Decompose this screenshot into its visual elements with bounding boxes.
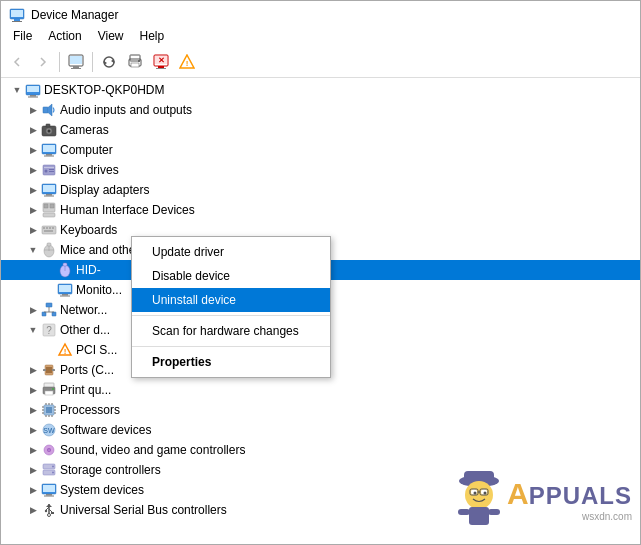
tree-item-root[interactable]: ▼ DESKTOP-QKP0HDM: [1, 80, 640, 100]
expand-printq[interactable]: ▶: [25, 382, 41, 398]
svg-rect-76: [43, 369, 46, 371]
expand-network[interactable]: ▶: [25, 302, 41, 318]
expand-keyboards[interactable]: ▶: [25, 222, 41, 238]
forward-button[interactable]: [31, 50, 55, 74]
ctx-properties[interactable]: Properties: [132, 350, 330, 374]
logo-letter-a: A: [507, 477, 529, 511]
tree-item-hid[interactable]: ▶ Human Interface Devices: [1, 200, 640, 220]
expand-hid[interactable]: ▶: [25, 202, 41, 218]
svg-rect-46: [43, 213, 55, 217]
icon-software: SW: [41, 422, 57, 438]
svg-rect-83: [46, 407, 52, 413]
refresh-button[interactable]: [97, 50, 121, 74]
svg-rect-5: [70, 56, 82, 64]
svg-point-36: [45, 170, 48, 173]
show-properties-button[interactable]: [64, 50, 88, 74]
svg-point-122: [483, 492, 486, 495]
expand-ports[interactable]: ▶: [25, 362, 41, 378]
svg-rect-64: [46, 303, 52, 307]
svg-rect-6: [73, 66, 79, 68]
tree-item-processors[interactable]: ▶: [1, 400, 640, 420]
tree-item-sound[interactable]: ▶ Sound, video and game controllers: [1, 440, 640, 460]
svg-rect-128: [488, 509, 500, 515]
tree-item-display[interactable]: ▶ Display adapters: [1, 180, 640, 200]
expand-system[interactable]: ▶: [25, 482, 41, 498]
tree-label-software: Software devices: [60, 423, 151, 437]
svg-rect-65: [42, 312, 46, 316]
ctx-uninstall-device[interactable]: Uninstall device: [132, 288, 330, 312]
svg-rect-24: [28, 97, 38, 98]
svg-rect-35: [44, 167, 54, 168]
back-button[interactable]: [5, 50, 29, 74]
icon-usb: [41, 502, 57, 518]
icon-cameras: [41, 122, 57, 138]
expand-computer[interactable]: ▶: [25, 142, 41, 158]
expand-display[interactable]: ▶: [25, 182, 41, 198]
menu-bar: File Action View Help: [1, 25, 640, 47]
svg-rect-7: [71, 68, 81, 69]
print-button[interactable]: [123, 50, 147, 74]
tree-label-display: Display adapters: [60, 183, 149, 197]
expand-processors[interactable]: ▶: [25, 402, 41, 418]
expand-storage[interactable]: ▶: [25, 462, 41, 478]
svg-rect-52: [44, 230, 53, 232]
tree-item-computer[interactable]: ▶ Computer: [1, 140, 640, 160]
svg-rect-66: [52, 312, 56, 316]
ctx-update-driver[interactable]: Update driver: [132, 240, 330, 264]
tree-item-disk[interactable]: ▶ Disk drives: [1, 160, 640, 180]
ctx-sep-1: [132, 315, 330, 316]
svg-rect-29: [46, 124, 50, 127]
svg-rect-42: [44, 196, 54, 197]
menu-help[interactable]: Help: [132, 27, 173, 45]
toolbar-sep-1: [59, 52, 60, 72]
svg-rect-50: [49, 227, 51, 229]
svg-text:?: ?: [46, 325, 52, 336]
expand-root[interactable]: ▼: [9, 82, 25, 98]
tree-label-hid-mouse: HID-: [76, 263, 101, 277]
expand-cameras[interactable]: ▶: [25, 122, 41, 138]
svg-point-115: [48, 514, 51, 517]
svg-rect-106: [43, 485, 55, 492]
icon-pci: !: [57, 342, 73, 358]
svg-point-114: [45, 510, 47, 512]
expand-pci: [41, 342, 57, 358]
tree-item-cameras[interactable]: ▶ Cameras: [1, 120, 640, 140]
menu-action[interactable]: Action: [40, 27, 89, 45]
expand-disk[interactable]: ▶: [25, 162, 41, 178]
watermark: A PPUALS wsxdn.com: [449, 463, 632, 536]
menu-view[interactable]: View: [90, 27, 132, 45]
tree-label-pci: PCI S...: [76, 343, 117, 357]
tree-label-disk: Disk drives: [60, 163, 119, 177]
expand-mice[interactable]: ▼: [25, 242, 41, 258]
context-menu: Update driver Disable device Uninstall d…: [131, 236, 331, 378]
icon-monitors: [57, 282, 73, 298]
scan-button[interactable]: !: [175, 50, 199, 74]
icon-keyboards: [41, 222, 57, 238]
tree-item-printq[interactable]: ▶ Print qu...: [1, 380, 640, 400]
icon-mice: [41, 242, 57, 258]
toolbar: ✕ !: [1, 47, 640, 78]
expand-software[interactable]: ▶: [25, 422, 41, 438]
menu-file[interactable]: File: [5, 27, 40, 45]
remove-button[interactable]: ✕: [149, 50, 173, 74]
ctx-disable-device[interactable]: Disable device: [132, 264, 330, 288]
svg-rect-40: [43, 185, 55, 192]
svg-rect-31: [43, 145, 55, 152]
icon-hid-mouse: [57, 262, 73, 278]
ctx-scan-hardware[interactable]: Scan for hardware changes: [132, 319, 330, 343]
svg-rect-62: [62, 294, 68, 296]
tree-label-monitors: Monito...: [76, 283, 122, 297]
svg-point-28: [48, 130, 51, 133]
expand-usb[interactable]: ▶: [25, 502, 41, 518]
expand-audio[interactable]: ▶: [25, 102, 41, 118]
tree-label-computer: Computer: [60, 143, 113, 157]
svg-rect-63: [60, 296, 70, 297]
tree-label-hid: Human Interface Devices: [60, 203, 195, 217]
svg-rect-38: [49, 171, 54, 172]
tree-item-software[interactable]: ▶ SW Software devices: [1, 420, 640, 440]
svg-rect-12: [131, 63, 139, 67]
expand-other[interactable]: ▼: [25, 322, 41, 338]
watermark-site: wsxdn.com: [582, 511, 632, 522]
tree-item-audio[interactable]: ▶ Audio inputs and outputs: [1, 100, 640, 120]
expand-sound[interactable]: ▶: [25, 442, 41, 458]
